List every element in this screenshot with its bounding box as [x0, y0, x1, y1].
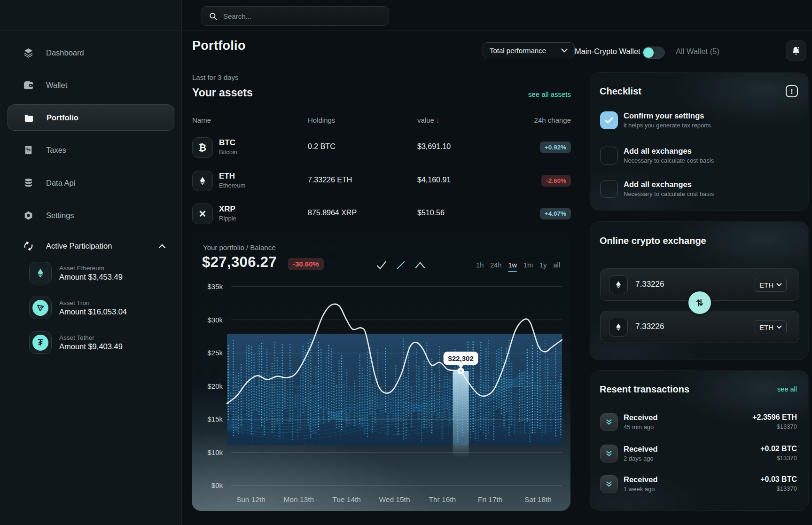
- tron-icon: [29, 297, 52, 319]
- line-tool-icon[interactable]: [396, 260, 406, 270]
- receipt-percent-icon: %: [23, 144, 34, 156]
- transaction-type: Received: [624, 413, 657, 422]
- currency-select[interactable]: ETH: [755, 320, 787, 334]
- asset-name: Asset Tron: [59, 299, 127, 306]
- transaction-usd: $13370: [777, 485, 797, 492]
- checkbox-unchecked[interactable]: [600, 147, 618, 165]
- range-1m[interactable]: 1m: [523, 261, 533, 269]
- checklist-item-sub: Necessary to calculate cost basis: [624, 190, 714, 197]
- svg-text:Fri 17th: Fri 17th: [478, 495, 503, 503]
- asset-amount: Amount $9,403.49: [59, 342, 123, 351]
- asset-holdings: 0.2 BTC: [308, 142, 336, 151]
- table-row-eth[interactable]: ETH Ethereum 7.33226 ETH $4,160.91 -2.60…: [192, 171, 573, 193]
- range-all[interactable]: all: [553, 261, 560, 269]
- sidebar-item-data-api[interactable]: Data Api: [8, 170, 174, 196]
- column-header-value[interactable]: value ↓: [417, 116, 440, 124]
- range-24h[interactable]: 24h: [490, 261, 501, 269]
- checklist-item-sub: Necessary to calculate cost basis: [624, 157, 714, 164]
- exchange-amount[interactable]: 7.33226: [635, 322, 664, 331]
- sidebar-item-dashboard[interactable]: Dashboard: [8, 39, 174, 66]
- checklist-item-title: Add all exchanges: [624, 147, 692, 156]
- chevron-down-icon: [561, 48, 568, 53]
- search-input[interactable]: [223, 12, 381, 20]
- asset-symbol: BTC: [219, 138, 235, 148]
- svg-text:Wed 15th: Wed 15th: [379, 495, 410, 503]
- asset-value: $510.56: [417, 209, 445, 217]
- asset-fullname: Ripple: [219, 215, 236, 222]
- svg-text:Thr 16th: Thr 16th: [429, 495, 456, 503]
- balance-change-badge: -30.60%: [288, 258, 324, 270]
- sidebar-item-settings[interactable]: Settings: [8, 202, 174, 228]
- transaction-row[interactable]: Received 2 days ago +0.02 BTC $13370: [600, 445, 799, 465]
- asset-amount: Amount $3,453.49: [59, 273, 123, 282]
- see-all-link[interactable]: see all: [777, 385, 797, 393]
- svg-text:Tue 14th: Tue 14th: [332, 495, 361, 503]
- swap-button[interactable]: [688, 291, 711, 314]
- sidebar-item-taxes[interactable]: % Taxes: [8, 137, 174, 163]
- svg-text:%: %: [26, 147, 31, 152]
- checkbox-checked[interactable]: [600, 111, 618, 129]
- checklist-item-title: Add all exchanges: [624, 180, 692, 189]
- see-all-assets-link[interactable]: see all assets: [528, 90, 571, 98]
- sidebar-item-label: Settings: [46, 211, 74, 220]
- exchange-amount[interactable]: 7.33226: [635, 280, 664, 289]
- column-header-change: 24h change: [534, 116, 571, 124]
- swap-arrows-icon: [695, 298, 705, 308]
- range-1h[interactable]: 1h: [476, 261, 484, 269]
- table-row-btc[interactable]: ₿ BTC Bitcoin 0.2 BTC $3,691.10 +0.92%: [192, 137, 573, 160]
- sidebar-item-label: Dashboard: [46, 48, 84, 57]
- table-row-xrp[interactable]: ✕ XRP Ripple 875.8964 XRP $510.56 +4.07%: [192, 204, 573, 226]
- received-icon: [600, 413, 618, 431]
- checklist-card: Checklist ! Confirm your settings it hel…: [590, 72, 809, 211]
- transaction-time: 45 min ago: [624, 423, 654, 431]
- sidebar-item-portfolio[interactable]: Portfolio: [8, 104, 174, 131]
- column-header-holdings: Holdings: [308, 116, 335, 124]
- range-1y[interactable]: 1y: [539, 261, 547, 269]
- transaction-time: 1 week ago: [624, 486, 655, 493]
- top-bar: [0, 0, 812, 31]
- search-icon: [209, 12, 218, 21]
- sidebar-asset-ethereum[interactable]: Asset Ethereum Amount $3,453.49: [29, 261, 123, 285]
- transaction-type: Received: [624, 445, 657, 454]
- check-tool-icon[interactable]: [376, 261, 387, 269]
- currency-select[interactable]: ETH: [755, 278, 787, 292]
- transaction-row[interactable]: Received 45 min ago +2.3596 ETH $13370: [600, 413, 799, 434]
- search-box[interactable]: [201, 6, 389, 26]
- transaction-row[interactable]: Received 1 week ago +0.03 BTC $13370: [600, 475, 799, 496]
- info-icon[interactable]: !: [786, 85, 798, 97]
- wallet-toggle[interactable]: [642, 47, 665, 59]
- asset-holdings: 7.33226 ETH: [308, 176, 352, 184]
- layers-icon: [23, 47, 34, 58]
- sidebar-asset-tether[interactable]: ₮ Asset Tether Amount $9,403.49: [29, 331, 123, 354]
- exchange-input-row[interactable]: 7.33226 ETH: [600, 311, 799, 343]
- range-1w[interactable]: 1w: [508, 261, 517, 269]
- svg-text:$22,302: $22,302: [448, 354, 474, 362]
- svg-text:$0k: $0k: [211, 481, 223, 489]
- database-icon: [23, 177, 34, 188]
- chevron-up-icon[interactable]: [158, 242, 166, 251]
- balance-chart[interactable]: $35k$30k$25k$20k$15k$10k$0kSun 12thMon 1…: [192, 233, 570, 511]
- currency-label: ETH: [759, 323, 773, 331]
- caret-tool-icon[interactable]: [415, 262, 425, 268]
- performance-select-value: Total performance: [490, 47, 546, 55]
- chart-tools: [376, 260, 425, 270]
- check-icon: [605, 117, 613, 124]
- settings-nut-icon: [23, 210, 34, 221]
- svg-text:$20k: $20k: [207, 382, 223, 390]
- eth-icon: [192, 171, 213, 191]
- balance-value: $27,306.27: [202, 254, 277, 271]
- transaction-type: Received: [624, 475, 657, 484]
- sidebar-item-label: Portfolio: [47, 113, 78, 122]
- checkbox-unchecked[interactable]: [600, 180, 618, 198]
- asset-name: Asset Ethereum: [59, 265, 123, 272]
- sidebar-item-wallet[interactable]: Wallet: [8, 72, 174, 98]
- chart-breadcrumb: Your portfolio / Balance: [203, 243, 276, 251]
- notifications-button[interactable]: [786, 40, 806, 61]
- sidebar-item-active-participation[interactable]: Active Participation: [8, 233, 174, 259]
- svg-text:Sat 18th: Sat 18th: [524, 495, 552, 503]
- sidebar-asset-tron[interactable]: Asset Tron Amount $16,053.04: [29, 296, 127, 320]
- performance-select[interactable]: Total performance: [483, 42, 575, 58]
- time-range-switcher: 1h 24h 1w 1m 1y all: [476, 261, 560, 269]
- wallet-icon: [23, 79, 34, 91]
- sort-arrow-icon: ↓: [436, 116, 440, 124]
